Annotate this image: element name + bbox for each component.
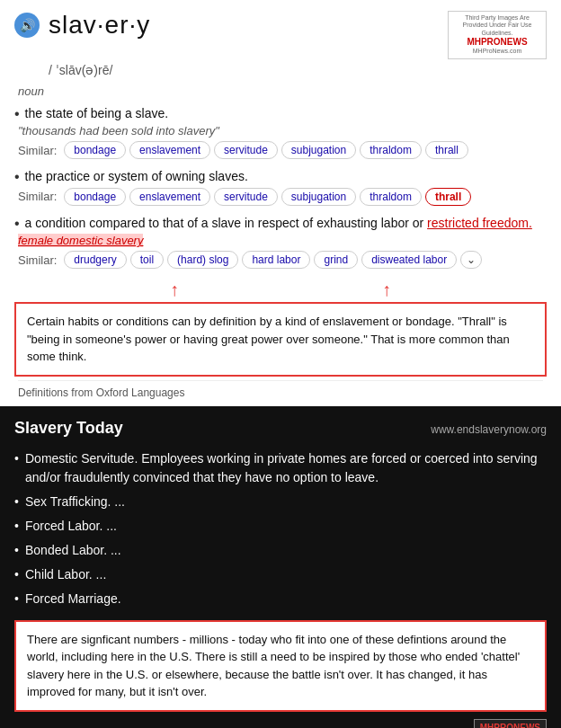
def-text-2: the practice or system of owning slaves. <box>25 168 248 186</box>
slavery-url: www.endslaverynow.org <box>431 423 547 436</box>
similar-tag-subjugation-2[interactable]: subjugation <box>281 188 356 206</box>
highlighted-text-3: restricted freedom. <box>427 216 532 230</box>
arrows-row: ↑ ↑ <box>14 278 547 302</box>
similar-label-3: Similar: <box>18 253 57 267</box>
annotation-text-1: Certain habits or conditions can by defi… <box>27 315 510 363</box>
slavery-item-child: Child Labor. ... <box>14 563 547 587</box>
similar-tag-enslavement-2[interactable]: enslavement <box>129 188 210 206</box>
similar-row-3: Similar: drudgery toil (hard) slog hard … <box>18 251 547 269</box>
def-bullet-1: • <box>14 106 20 122</box>
def-bullet-3: • <box>14 216 20 232</box>
similar-tag-thraldom-2[interactable]: thraldom <box>360 188 422 206</box>
word-type: noun <box>18 84 547 98</box>
mhpronews-logo-top: Third Party Images Are Provided Under Fa… <box>448 11 547 59</box>
similar-tag-bondage-1[interactable]: bondage <box>64 141 126 159</box>
speaker-icon[interactable]: 🔊 <box>14 13 40 38</box>
slavery-item-domestic: Domestic Servitude. Employees working in… <box>14 447 547 490</box>
slavery-logo-row: MHPRONEWS MHProNews.com <box>14 719 547 728</box>
slavery-item-bonded: Bonded Labor. ... <box>14 538 547 563</box>
def-item-3: • a condition compared to that of a slav… <box>14 215 547 233</box>
annotation-box-1: Certain habits or conditions can by defi… <box>14 302 547 377</box>
similar-row-1: Similar: bondage enslavement servitude s… <box>18 141 547 159</box>
similar-tag-hard-slog[interactable]: (hard) slog <box>167 251 238 269</box>
def-example-1: "thousands had been sold into slavery" <box>18 124 547 138</box>
def-example-3: female domestic slavery <box>18 234 547 247</box>
similar-tag-enslavement-1[interactable]: enslavement <box>129 141 210 159</box>
slavery-logo-box: MHPRONEWS MHProNews.com <box>474 719 547 728</box>
dict-header: 🔊 slav·er·y Third Party Images Are Provi… <box>14 11 547 59</box>
similar-tag-subjugation-1[interactable]: subjugation <box>281 141 356 159</box>
similar-label-1: Similar: <box>18 144 57 157</box>
slavery-item-marriage: Forced Marriage. <box>14 587 547 611</box>
similar-tag-thrall-2[interactable]: thrall <box>425 188 471 206</box>
similar-row-2: Similar: bondage enslavement servitude s… <box>18 188 547 206</box>
similar-tag-servitude-2[interactable]: servitude <box>214 188 278 206</box>
slavery-list: Domestic Servitude. Employees working in… <box>14 447 547 611</box>
def-bullet-2: • <box>14 169 20 185</box>
similar-tag-toil[interactable]: toil <box>130 251 164 269</box>
similar-tag-sweated-labor[interactable]: disweated labor <box>361 251 457 269</box>
def-item-1: • the state of being a slave. <box>14 105 547 123</box>
slavery-annotation-text: There are signficant numbers - millions … <box>27 633 520 699</box>
similar-tag-servitude-1[interactable]: servitude <box>214 141 278 159</box>
similar-more-button[interactable]: ⌄ <box>460 251 482 269</box>
logo-guideline-text: Third Party Images Are Provided Under Fa… <box>453 14 541 37</box>
definition-2: • the practice or system of owning slave… <box>14 168 547 206</box>
similar-tag-thrall-1[interactable]: thrall <box>425 141 468 159</box>
def-item-2: • the practice or system of owning slave… <box>14 168 547 186</box>
dictionary-section: 🔊 slav·er·y Third Party Images Are Provi… <box>0 0 561 399</box>
arrow-up-2: ↑ <box>382 280 391 300</box>
definition-1: • the state of being a slave. "thousands… <box>14 105 547 160</box>
pronunciation: / ˈslāv(ə)rē/ <box>49 63 547 77</box>
logo-brand-top: MHPRONEWS <box>453 37 541 48</box>
similar-tag-hard-labor[interactable]: hard labor <box>242 251 310 269</box>
similar-tag-drudgery[interactable]: drudgery <box>64 251 126 269</box>
def-text-1: the state of being a slave. <box>25 105 169 123</box>
similar-tag-thraldom-1[interactable]: thraldom <box>360 141 422 159</box>
dict-title-area: 🔊 slav·er·y <box>14 11 150 40</box>
def-source: Definitions from Oxford Languages <box>18 380 543 399</box>
arrow-up-1: ↑ <box>170 280 179 300</box>
dict-word: slav·er·y <box>49 11 150 40</box>
slavery-today-section: Slavery Today www.endslaverynow.org Dome… <box>0 406 561 728</box>
def-text-3: a condition compared to that of a slave … <box>25 215 532 233</box>
slavery-item-sex: Sex Trafficking. ... <box>14 490 547 514</box>
similar-tag-bondage-2[interactable]: bondage <box>64 188 126 206</box>
slavery-header: Slavery Today www.endslaverynow.org <box>14 419 547 438</box>
slavery-logo-brand: MHPRONEWS <box>480 723 540 728</box>
logo-sub-top: MHProNews.com <box>453 48 541 55</box>
slavery-annotation-box: There are signficant numbers - millions … <box>14 620 547 712</box>
slavery-today-title: Slavery Today <box>14 419 123 438</box>
similar-label-2: Similar: <box>18 190 57 203</box>
highlighted-example-3: female domestic slavery <box>18 234 143 247</box>
definition-3: • a condition compared to that of a slav… <box>14 215 547 270</box>
similar-tag-grind[interactable]: grind <box>314 251 358 269</box>
slavery-item-forced-labor: Forced Labor. ... <box>14 514 547 538</box>
